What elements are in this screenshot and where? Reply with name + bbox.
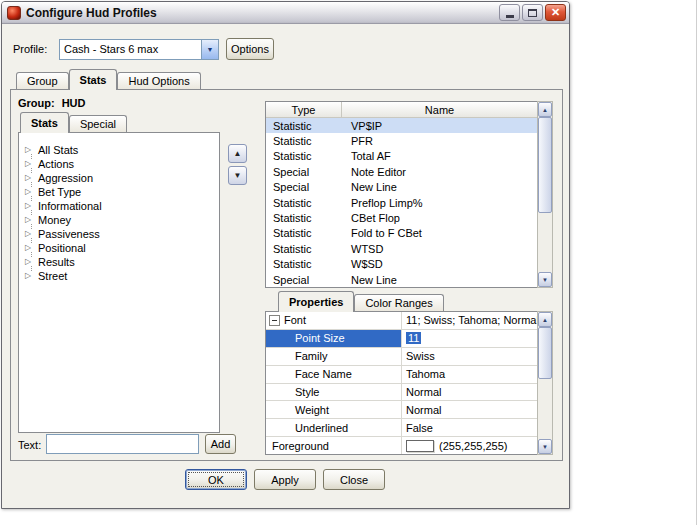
expand-arrow-icon[interactable]: ▷ xyxy=(25,188,36,196)
tree-item-actions[interactable]: ▷Actions xyxy=(19,157,219,171)
property-row-underlined[interactable]: Underlined False xyxy=(266,419,537,437)
table-row[interactable]: StatisticCBet Flop xyxy=(266,210,537,225)
property-row-face-name[interactable]: Face Name Tahoma xyxy=(266,366,537,384)
window-controls: ✕ xyxy=(499,4,566,21)
table-row[interactable]: StatisticPreflop Limp% xyxy=(266,195,537,210)
group-label: Group: xyxy=(18,97,55,109)
property-value[interactable]: (255,255,255) xyxy=(402,437,537,454)
move-down-button[interactable]: ▼ xyxy=(228,166,247,185)
column-header-name[interactable]: Name xyxy=(342,102,537,117)
property-value[interactable]: Normal xyxy=(402,401,537,418)
properties-scrollbar[interactable]: ▲ ▼ xyxy=(537,311,553,455)
property-name: Weight xyxy=(266,401,402,418)
cell-name: New Line xyxy=(342,181,537,193)
scrollbar-thumb[interactable] xyxy=(538,327,552,379)
options-button[interactable]: Options xyxy=(226,38,274,60)
table-row[interactable]: StatisticPFR xyxy=(266,133,537,148)
property-value[interactable]: 11; Swiss; Tahoma; Normal; N xyxy=(402,312,537,329)
tree-item-informational[interactable]: ▷Informational xyxy=(19,199,219,213)
property-row-style[interactable]: Style Normal xyxy=(266,384,537,402)
expand-arrow-icon[interactable]: ▷ xyxy=(25,160,36,168)
apply-button[interactable]: Apply xyxy=(254,469,316,490)
expand-arrow-icon[interactable]: ▷ xyxy=(25,244,36,252)
property-value[interactable]: Tahoma xyxy=(402,366,537,383)
tree-item-all-stats[interactable]: ▷All Stats xyxy=(19,143,219,157)
expand-arrow-icon[interactable]: ▷ xyxy=(25,272,36,280)
arrow-up-icon: ▲ xyxy=(542,317,548,323)
table-header: Type Name xyxy=(266,102,537,118)
profile-selected-value: Cash - Stars 6 max xyxy=(60,40,201,59)
scrollbar-track[interactable] xyxy=(538,117,552,272)
tab-stats-list[interactable]: Stats xyxy=(20,112,69,133)
tab-hud-options[interactable]: Hud Options xyxy=(117,72,200,89)
add-button[interactable]: Add xyxy=(205,434,236,454)
color-swatch[interactable] xyxy=(406,440,434,452)
property-row-weight[interactable]: Weight Normal xyxy=(266,401,537,419)
scroll-down-button[interactable]: ▼ xyxy=(538,439,552,454)
table-row[interactable]: StatisticW$SD xyxy=(266,257,537,272)
tab-stats[interactable]: Stats xyxy=(69,69,118,90)
titlebar[interactable]: Configure Hud Profiles ✕ xyxy=(2,2,569,24)
cell-type: Statistic xyxy=(266,150,342,162)
table-row[interactable]: StatisticVP$IP xyxy=(266,118,537,133)
table-row[interactable]: StatisticFold to F CBet xyxy=(266,226,537,241)
property-name-label: Face Name xyxy=(295,368,352,380)
property-value-editor[interactable]: 11 xyxy=(402,330,537,347)
property-name: Font xyxy=(266,312,402,329)
expand-arrow-icon[interactable]: ▷ xyxy=(25,258,36,266)
profile-dropdown-button[interactable]: ▼ xyxy=(201,40,218,59)
cell-name: WTSD xyxy=(342,243,537,255)
table-row[interactable]: StatisticTotal AF xyxy=(266,149,537,164)
properties-tab-bar: Properties Color Ranges xyxy=(278,292,444,312)
expand-arrow-icon[interactable]: ▷ xyxy=(25,202,36,210)
table-scrollbar[interactable]: ▲ ▼ xyxy=(537,101,553,288)
table-row[interactable]: SpecialNew Line xyxy=(266,180,537,195)
scroll-up-button[interactable]: ▲ xyxy=(538,102,552,117)
scroll-up-button[interactable]: ▲ xyxy=(538,312,552,327)
table-row[interactable]: SpecialNew Line xyxy=(266,272,537,287)
property-value[interactable]: Normal xyxy=(402,384,537,401)
tree-item-passiveness[interactable]: ▷Passiveness xyxy=(19,227,219,241)
tab-special-list[interactable]: Special xyxy=(69,115,127,132)
tree-item-label: Results xyxy=(38,256,75,268)
ok-button[interactable]: OK xyxy=(185,469,247,490)
tree-item-results[interactable]: ▷Results xyxy=(19,255,219,269)
profile-select[interactable]: Cash - Stars 6 max ▼ xyxy=(59,39,219,60)
cell-name: Fold to F CBet xyxy=(342,227,537,239)
maximize-button[interactable] xyxy=(522,4,543,21)
tab-properties[interactable]: Properties xyxy=(278,291,354,312)
expand-arrow-icon[interactable]: ▷ xyxy=(25,230,36,238)
property-row-point-size[interactable]: Point Size 11 xyxy=(266,330,537,348)
collapse-icon[interactable] xyxy=(269,315,280,326)
expand-arrow-icon[interactable]: ▷ xyxy=(25,174,36,182)
text-input[interactable] xyxy=(46,434,199,454)
property-name-label: Foreground xyxy=(272,440,329,452)
expand-arrow-icon[interactable]: ▷ xyxy=(25,216,36,224)
scrollbar-thumb[interactable] xyxy=(538,117,552,213)
column-header-type[interactable]: Type xyxy=(266,102,342,117)
tree-item-aggression[interactable]: ▷Aggression xyxy=(19,171,219,185)
expand-arrow-icon[interactable]: ▷ xyxy=(25,146,36,154)
text-label: Text: xyxy=(18,439,41,451)
property-value[interactable]: Swiss xyxy=(402,348,537,365)
tree-item-street[interactable]: ▷Street xyxy=(19,269,219,283)
move-up-button[interactable]: ▲ xyxy=(228,144,247,163)
property-row-font[interactable]: Font 11; Swiss; Tahoma; Normal; N xyxy=(266,312,537,330)
property-value[interactable]: False xyxy=(402,419,537,436)
minimize-button[interactable] xyxy=(499,4,520,21)
property-row-foreground[interactable]: Foreground (255,255,255) xyxy=(266,437,537,454)
close-icon: ✕ xyxy=(551,7,560,18)
tree-item-positional[interactable]: ▷Positional xyxy=(19,241,219,255)
close-dialog-button[interactable]: Close xyxy=(323,469,385,490)
tree-item-money[interactable]: ▷Money xyxy=(19,213,219,227)
tree-item-bet-type[interactable]: ▷Bet Type xyxy=(19,185,219,199)
table-row[interactable]: SpecialNote Editor xyxy=(266,164,537,179)
close-button[interactable]: ✕ xyxy=(545,4,566,21)
property-row-family[interactable]: Family Swiss xyxy=(266,348,537,366)
cell-type: Special xyxy=(266,181,342,193)
scrollbar-track[interactable] xyxy=(538,327,552,439)
table-row[interactable]: StatisticWTSD xyxy=(266,241,537,256)
tab-color-ranges[interactable]: Color Ranges xyxy=(354,294,443,311)
tab-group[interactable]: Group xyxy=(16,72,69,89)
scroll-down-button[interactable]: ▼ xyxy=(538,272,552,287)
